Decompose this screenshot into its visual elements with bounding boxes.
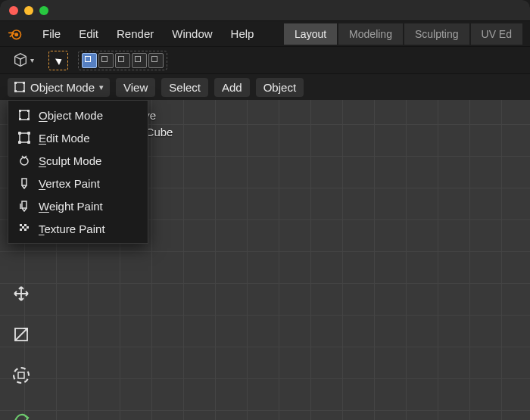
svg-point-15 bbox=[28, 132, 30, 135]
editor-type-icon bbox=[12, 52, 29, 69]
svg-point-14 bbox=[19, 132, 21, 135]
vertex-paint-icon bbox=[17, 176, 31, 190]
chevron-down-icon: ▾ bbox=[30, 56, 34, 64]
tab-uv-editing[interactable]: UV Ed bbox=[471, 23, 522, 45]
menu-window[interactable]: Window bbox=[163, 24, 221, 43]
svg-rect-13 bbox=[20, 133, 29, 142]
3d-viewport[interactable]: User Perspective (1) Collection | Cube O… bbox=[0, 100, 530, 420]
tool-move[interactable] bbox=[6, 278, 36, 309]
tab-sculpting[interactable]: Sculpting bbox=[404, 23, 469, 45]
minimize-window-icon[interactable] bbox=[24, 6, 33, 15]
move-icon bbox=[12, 285, 30, 303]
scale-icon bbox=[12, 325, 30, 344]
svg-rect-9 bbox=[19, 110, 21, 112]
menu-edit[interactable]: Edit bbox=[70, 24, 108, 43]
svg-point-16 bbox=[19, 142, 21, 144]
interaction-mode-label: Object Mode bbox=[30, 81, 95, 94]
selection-mode-1[interactable] bbox=[82, 53, 97, 68]
svg-rect-26 bbox=[20, 229, 22, 231]
selection-mode-2[interactable] bbox=[98, 53, 114, 68]
tab-modeling[interactable]: Modeling bbox=[338, 23, 403, 45]
chevron-down-icon: ▾ bbox=[99, 82, 104, 92]
svg-rect-4 bbox=[14, 82, 17, 84]
object-mode-icon bbox=[14, 81, 26, 93]
transform-icon bbox=[13, 367, 30, 384]
maximize-window-icon[interactable] bbox=[39, 6, 48, 15]
edit-mode-icon bbox=[17, 131, 31, 145]
viewport-header: Object Mode ▾ View Select Add Object bbox=[0, 74, 530, 100]
mode-option-weight-paint[interactable]: Weight Paint bbox=[8, 194, 148, 217]
svg-rect-19 bbox=[22, 179, 26, 185]
menu-render[interactable]: Render bbox=[108, 24, 163, 43]
menu-file[interactable]: File bbox=[33, 24, 70, 43]
svg-rect-24 bbox=[22, 226, 24, 229]
svg-point-17 bbox=[28, 142, 30, 144]
blender-logo-icon bbox=[8, 26, 23, 42]
svg-rect-6 bbox=[14, 90, 17, 92]
selection-mode-3[interactable] bbox=[115, 53, 130, 68]
svg-point-1 bbox=[14, 33, 18, 36]
svg-rect-25 bbox=[26, 226, 29, 229]
sculpt-mode-icon bbox=[17, 154, 31, 167]
tool-scale[interactable] bbox=[6, 319, 36, 350]
svg-rect-11 bbox=[19, 118, 21, 120]
global-toolbar: ▾ bbox=[0, 47, 530, 74]
tab-layout[interactable]: Layout bbox=[284, 23, 337, 45]
editor-type-selector[interactable]: ▾ bbox=[8, 50, 39, 71]
cursor-tool-button[interactable] bbox=[46, 50, 70, 71]
svg-rect-29 bbox=[18, 372, 24, 378]
main-menubar: File Edit Render Window Help Layout Mode… bbox=[0, 21, 530, 47]
tool-transform[interactable] bbox=[6, 360, 36, 390]
svg-rect-10 bbox=[27, 110, 30, 112]
workspace-tabs: Layout Modeling Sculpting UV Ed bbox=[284, 23, 522, 45]
window-titlebar bbox=[0, 0, 530, 21]
interaction-mode-menu: Object Mode Edit Mode Sculpt Mode Vertex… bbox=[8, 100, 148, 244]
annotate-icon bbox=[12, 407, 30, 420]
svg-rect-12 bbox=[27, 118, 30, 120]
tool-annotate[interactable] bbox=[6, 401, 36, 420]
object-mode-icon bbox=[17, 108, 31, 122]
mode-option-sculpt[interactable]: Sculpt Mode bbox=[8, 149, 148, 172]
menu-help[interactable]: Help bbox=[222, 24, 263, 43]
cursor-tool-icon bbox=[48, 51, 68, 70]
selection-mode-group bbox=[78, 51, 167, 70]
header-select-button[interactable]: Select bbox=[161, 78, 208, 97]
header-object-button[interactable]: Object bbox=[256, 78, 304, 97]
svg-rect-7 bbox=[23, 90, 25, 92]
mode-option-edit[interactable]: Edit Mode bbox=[8, 126, 148, 149]
mode-option-object[interactable]: Object Mode bbox=[8, 104, 148, 126]
svg-rect-23 bbox=[24, 224, 26, 226]
svg-rect-27 bbox=[24, 229, 26, 231]
header-view-button[interactable]: View bbox=[116, 78, 155, 97]
close-window-icon[interactable] bbox=[9, 6, 18, 15]
svg-rect-22 bbox=[20, 224, 22, 226]
header-add-button[interactable]: Add bbox=[214, 78, 250, 97]
svg-rect-20 bbox=[22, 201, 26, 208]
mode-option-vertex-paint[interactable]: Vertex Paint bbox=[8, 172, 148, 194]
interaction-mode-dropdown[interactable]: Object Mode ▾ bbox=[8, 78, 110, 97]
mode-option-texture-paint[interactable]: Texture Paint bbox=[8, 217, 148, 240]
texture-paint-icon bbox=[17, 222, 31, 235]
svg-rect-5 bbox=[23, 82, 25, 84]
selection-mode-4[interactable] bbox=[132, 53, 147, 68]
weight-paint-icon bbox=[17, 199, 31, 213]
selection-mode-5[interactable] bbox=[148, 53, 164, 68]
